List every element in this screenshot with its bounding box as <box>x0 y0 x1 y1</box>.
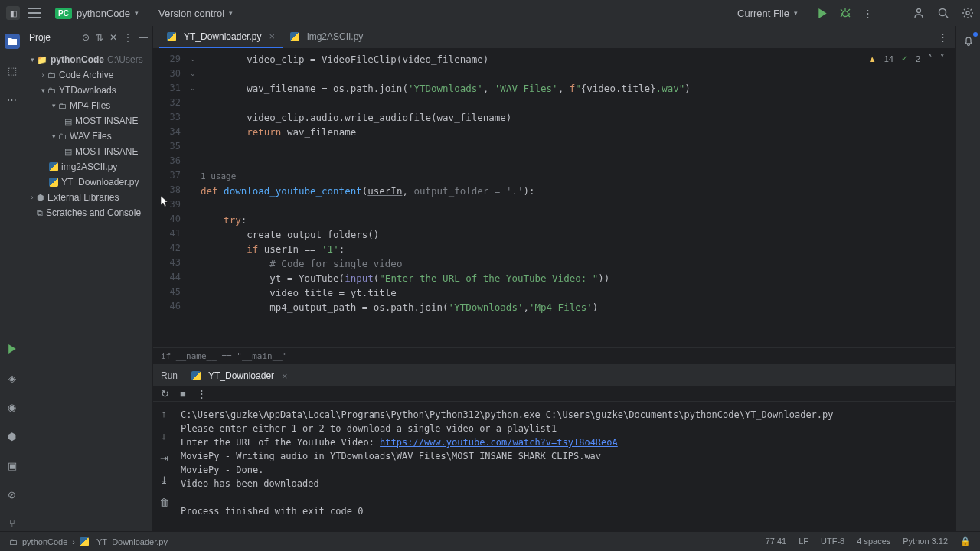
tab-more-icon[interactable]: ⋮ <box>938 31 948 43</box>
collapse-icon[interactable]: ✕ <box>109 32 117 43</box>
usage-hint: 1 usage <box>201 171 236 181</box>
run-config-selector[interactable]: Current File ▾ <box>730 5 805 22</box>
run-panel: Run YT_Downloader× ↻ ■ ⋮ ↑ ↓ ⇥ ⤓ 🗑 C:\Us… <box>153 364 956 531</box>
expand-all-icon[interactable]: ⇅ <box>96 32 103 43</box>
problems-tool-icon[interactable]: ⊘ <box>5 487 20 502</box>
version-control-tool-icon[interactable]: ⑂ <box>5 516 20 531</box>
chevron-down-icon: ▾ <box>794 9 798 17</box>
down-icon[interactable]: ↓ <box>162 430 167 442</box>
pycharm-badge: PC <box>55 8 72 19</box>
line-gutter: 293031323334353637383940414243444546 <box>153 49 190 347</box>
run-output-gutter: ↑ ↓ ⇥ ⤓ 🗑 <box>153 402 175 531</box>
file-encoding[interactable]: UTF-8 <box>821 536 844 546</box>
hide-icon[interactable]: — <box>139 32 148 43</box>
project-name: pythonCode <box>77 8 130 19</box>
fold-column[interactable]: ⌄⌄⌄ <box>190 49 201 347</box>
rerun-icon[interactable]: ↻ <box>161 388 169 399</box>
tab-img2ascii[interactable]: img2ASCII.py <box>283 26 371 48</box>
warning-count: 14 <box>884 54 893 64</box>
search-icon[interactable] <box>937 7 949 19</box>
editor-breadcrumb[interactable]: if __name__ == "__main__" <box>153 347 956 364</box>
select-opened-file-icon[interactable]: ⊙ <box>82 32 90 43</box>
project-tree: ▾📁pythonCodeC:\Users ›🗀Code Archive ▾🗀YT… <box>24 49 152 223</box>
hamburger-menu-icon[interactable] <box>28 8 41 18</box>
cursor-position[interactable]: 77:41 <box>766 536 787 546</box>
svg-point-2 <box>939 9 946 16</box>
up-icon[interactable]: ↑ <box>162 408 167 419</box>
status-bar: 🗀pythonCode › YT_Downloader.py 77:41 LF … <box>0 531 980 551</box>
close-tab-icon[interactable]: × <box>269 31 275 42</box>
tab-yt-downloader[interactable]: YT_Downloader.py× <box>159 26 283 48</box>
titlebar: ◧ PC pythonCode ▾ Version control ▾ Curr… <box>0 0 980 26</box>
project-tool-icon[interactable] <box>5 34 20 49</box>
url-link[interactable]: https://www.youtube.com/watch?v=tsyT8o4R… <box>380 437 618 448</box>
line-separator[interactable]: LF <box>799 536 808 546</box>
code-content[interactable]: video_clip = VideoFileClip(video_filenam… <box>201 49 956 347</box>
tree-folder-mp4[interactable]: ▾🗀MP4 Files <box>24 98 152 113</box>
more-actions-icon[interactable]: ⋮ <box>863 8 873 19</box>
inspections-widget[interactable]: ▲14 ✓2 ˄ ˅ <box>868 54 945 64</box>
run-more-icon[interactable]: ⋮ <box>197 388 207 399</box>
terminal-tool-icon[interactable]: ▣ <box>5 458 20 473</box>
soft-wrap-icon[interactable]: ⇥ <box>160 452 168 464</box>
interpreter[interactable]: Python 3.12 <box>903 536 948 546</box>
chevron-down-icon: ▾ <box>135 9 139 17</box>
indent-setting[interactable]: 4 spaces <box>857 536 890 546</box>
run-title: Run <box>161 370 178 381</box>
run-button[interactable] <box>818 8 828 18</box>
run-tool-icon[interactable] <box>5 341 20 357</box>
tree-file-wav-item[interactable]: ▤MOST INSANE <box>24 144 152 159</box>
close-run-tab-icon[interactable]: × <box>282 370 288 382</box>
svg-point-3 <box>966 11 969 15</box>
tree-file-img2ascii[interactable]: img2ASCII.py <box>24 159 152 174</box>
check-icon: ✓ <box>901 54 908 64</box>
sidebar-title: Proje <box>29 32 51 43</box>
check-count: 2 <box>916 54 920 64</box>
project-selector[interactable]: PC pythonCode ▾ <box>49 5 145 22</box>
stop-icon[interactable]: ■ <box>180 388 186 399</box>
chevron-down-icon: ▾ <box>229 9 233 17</box>
prev-highlight-icon[interactable]: ˄ <box>928 54 933 64</box>
warning-icon: ▲ <box>868 54 877 64</box>
version-control-menu[interactable]: Version control ▾ <box>152 5 239 22</box>
version-control-label: Version control <box>158 8 224 19</box>
run-output[interactable]: C:\Users\guzke\AppData\Local\Programs\Py… <box>175 402 956 531</box>
right-tool-strip <box>956 26 980 531</box>
svg-point-0 <box>843 11 848 17</box>
tree-folder-wav[interactable]: ▾🗀WAV Files <box>24 129 152 144</box>
run-tab[interactable]: YT_Downloader× <box>185 369 294 383</box>
tree-external-libraries[interactable]: ›⬢External Libraries <box>24 190 152 205</box>
editor-tabs: YT_Downloader.py× img2ASCII.py ⋮ <box>153 26 956 49</box>
tree-file-mp4-item[interactable]: ▤MOST INSANE <box>24 113 152 129</box>
python-packages-icon[interactable]: ◈ <box>5 370 20 386</box>
next-highlight-icon[interactable]: ˅ <box>940 54 945 64</box>
clear-icon[interactable]: 🗑 <box>159 497 169 508</box>
python-console-icon[interactable]: ◉ <box>5 399 20 415</box>
project-sidebar: Proje ⊙ ⇅ ✕ ⋮ — ▾📁pythonCodeC:\Users ›🗀C… <box>24 26 153 531</box>
app-logo: ◧ <box>6 6 20 20</box>
svg-point-1 <box>917 9 921 13</box>
tree-file-ytdownloader[interactable]: YT_Downloader.py <box>24 174 152 190</box>
scroll-end-icon[interactable]: ⤓ <box>160 474 168 486</box>
structure-tool-icon[interactable]: ⬚ <box>5 63 20 78</box>
notifications-icon[interactable] <box>961 34 976 49</box>
left-tool-strip: ⬚ ⋯ ◈ ◉ ⬢ ▣ ⊘ ⑂ <box>0 26 24 531</box>
tree-root[interactable]: ▾📁pythonCodeC:\Users <box>24 52 152 67</box>
settings-icon[interactable] <box>962 7 974 19</box>
tree-folder-code-archive[interactable]: ›🗀Code Archive <box>24 67 152 83</box>
debug-button[interactable] <box>840 8 851 18</box>
tree-folder-ytdownloads[interactable]: ▾🗀YTDownloads <box>24 83 152 98</box>
code-editor[interactable]: 293031323334353637383940414243444546 ⌄⌄⌄… <box>153 49 956 347</box>
tree-scratches[interactable]: ⧉Scratches and Console <box>24 205 152 220</box>
run-config-label: Current File <box>737 8 789 19</box>
services-tool-icon[interactable]: ⬢ <box>5 429 20 444</box>
lock-icon[interactable]: 🔒 <box>960 536 971 546</box>
more-icon[interactable]: ⋮ <box>123 32 132 43</box>
code-with-me-icon[interactable] <box>913 7 925 19</box>
bookmarks-tool-icon[interactable]: ⋯ <box>5 92 20 107</box>
status-breadcrumb[interactable]: 🗀pythonCode › YT_Downloader.py <box>9 537 168 546</box>
